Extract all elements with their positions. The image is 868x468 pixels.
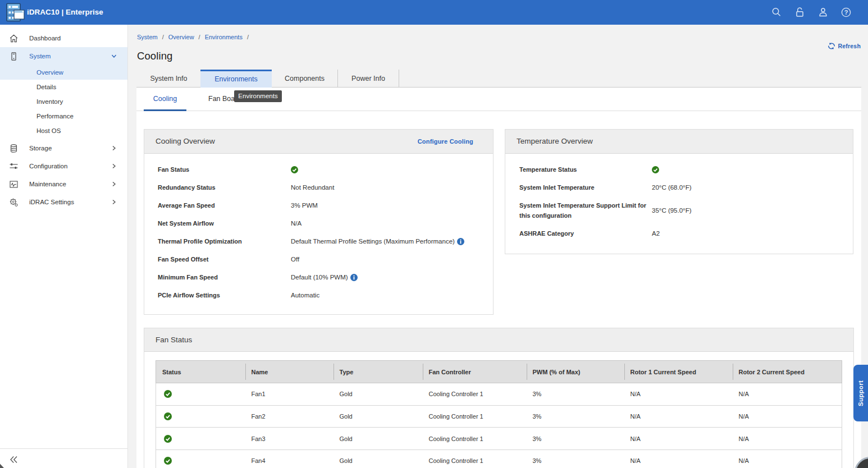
svg-text:?: ?: [844, 9, 848, 16]
